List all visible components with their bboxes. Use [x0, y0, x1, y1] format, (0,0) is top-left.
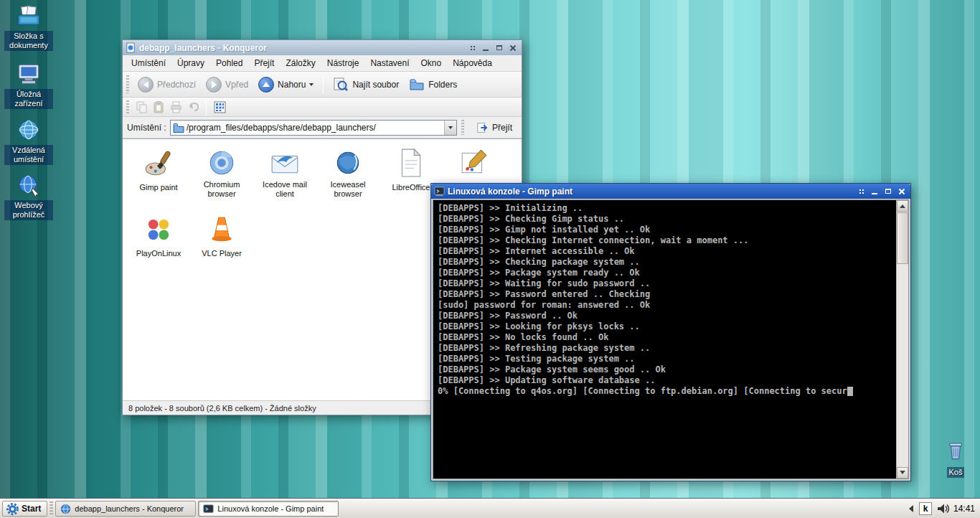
dots-icon [859, 189, 861, 191]
toolbar-grip[interactable] [126, 100, 129, 113]
paste-button[interactable] [150, 100, 167, 115]
keyboard-layout-indicator[interactable]: k [919, 502, 932, 515]
terminal-line: [DEBAPPS] >> Testing package system .. [438, 354, 895, 364]
file-item-vlc[interactable]: VLC Player [190, 212, 253, 278]
menu-zalozky[interactable]: Záložky [280, 56, 321, 70]
desktop-icon-label: Webový prohlížeč [4, 200, 53, 220]
menu-pohled[interactable]: Pohled [210, 56, 248, 70]
volume-icon[interactable] [936, 502, 949, 515]
toolbar-separator [323, 76, 324, 93]
maximize-button[interactable] [493, 42, 505, 53]
scrollbar-track[interactable] [897, 212, 908, 467]
terminal-line: [DEBAPPS] >> Checking package system .. [438, 257, 895, 268]
icon-view-icon [213, 100, 227, 114]
file-item-playonlinux[interactable]: PlayOnLinux [127, 212, 190, 278]
menu-nastaveni[interactable]: Nastavení [364, 56, 415, 70]
folder-icon [409, 77, 425, 93]
start-button[interactable]: Start [2, 501, 47, 517]
trash-icon [943, 438, 969, 463]
icon-view-button[interactable] [211, 100, 228, 115]
panel-hide-button[interactable] [907, 501, 915, 517]
desktop-icon-web-browser[interactable]: Webový prohlížeč [4, 173, 53, 220]
back-icon [138, 77, 154, 93]
location-dropdown-button[interactable] [444, 121, 456, 135]
toolbar-grip[interactable] [461, 120, 464, 134]
back-button[interactable]: Předchozí [133, 75, 201, 95]
copy-button[interactable] [133, 100, 150, 115]
file-item-gimp-paint[interactable]: Gimp paint [127, 146, 190, 212]
close-button[interactable] [895, 186, 908, 197]
undo-button[interactable] [184, 100, 202, 115]
scrollbar-thumb[interactable] [897, 212, 908, 264]
folder-icon [173, 123, 184, 133]
menu-prejit[interactable]: Přejít [248, 56, 280, 70]
file-label: Gimp paint [139, 183, 177, 192]
terminal-frame: [DEBAPPS] >> Initializing .. [DEBAPPS] >… [433, 199, 909, 479]
terminal-line: [DEBAPPS] >> Package system ready .. Ok [438, 268, 895, 278]
chevron-down-icon [448, 126, 453, 131]
find-file-button[interactable]: Najít soubor [328, 75, 404, 95]
desktop-icon-documents[interactable]: Složka s dokumenty [4, 4, 53, 51]
menu-umisteni[interactable]: Umístění [126, 56, 171, 70]
toolbar-grip[interactable] [126, 75, 129, 93]
file-label: VLC Player [202, 249, 242, 258]
undo-icon [187, 100, 200, 114]
file-label: Icedove mail client [255, 180, 314, 199]
file-item-icedove[interactable]: Icedove mail client [253, 146, 316, 212]
status-text: 8 položek - 8 souborů (2,6 KB celkem) - … [128, 404, 316, 413]
minimize-icon [872, 193, 877, 194]
window-menu-button[interactable] [854, 186, 867, 197]
desktop-icon-label: Složka s dokumenty [4, 31, 53, 51]
arrow-up-icon [900, 202, 905, 208]
taskbar-task-console[interactable]: Linuxová konzole - Gimp paint [198, 501, 339, 517]
file-item-chromium[interactable]: Chromium browser [190, 146, 253, 212]
desktop-icon-remote[interactable]: Vzdálená umístění [4, 118, 53, 165]
terminal-line: [DEBAPPS] >> Password entered .. Checkin… [438, 289, 895, 300]
paste-icon [152, 100, 166, 114]
dots-icon [471, 46, 472, 47]
konqueror-main-toolbar: Předchozí Vpřed Nahoru Najít soubor Fold… [123, 72, 522, 98]
window-menu-button[interactable] [466, 42, 478, 53]
location-input[interactable] [187, 123, 444, 133]
menu-nastroje[interactable]: Nástroje [321, 56, 365, 70]
menu-upravy[interactable]: Úpravy [171, 56, 210, 70]
konqueror-titlebar[interactable]: debapp_launchers - Konqueror [123, 40, 522, 55]
scroll-up-button[interactable] [897, 200, 908, 212]
up-button[interactable]: Nahoru [253, 75, 319, 95]
menu-napoveda[interactable]: Nápověda [447, 56, 498, 70]
console-scrollbar[interactable] [896, 200, 908, 479]
menu-okno[interactable]: Okno [415, 56, 447, 70]
close-button[interactable] [507, 42, 519, 53]
terminal-line: [DEBAPPS] >> No locks found .. Ok [438, 332, 895, 343]
terminal-line: [DEBAPPS] >> Refreshing package system .… [438, 343, 895, 354]
maximize-button[interactable] [882, 186, 894, 197]
minimize-button[interactable] [868, 186, 880, 197]
go-icon [476, 121, 489, 134]
console-window-title: Linuxová konzole - Gimp paint [448, 187, 852, 197]
taskbar-task-konqueror[interactable]: debapp_launchers - Konqueror [55, 501, 196, 517]
file-item-iceweasel[interactable]: Iceweasel browser [316, 146, 380, 212]
clock[interactable]: 14:41 [953, 504, 975, 514]
forward-button[interactable]: Vpřed [201, 75, 253, 95]
terminal-output[interactable]: [DEBAPPS] >> Initializing .. [DEBAPPS] >… [433, 200, 896, 479]
system-tray: k 14:41 [907, 501, 978, 517]
panel-handle[interactable] [50, 501, 53, 516]
desktop-icon-trash[interactable]: Koš [931, 438, 980, 478]
terminal-line: [DEBAPPS] >> Waiting for sudo password .… [438, 278, 895, 289]
folders-button[interactable]: Folders [404, 75, 462, 95]
minimize-button[interactable] [479, 42, 491, 53]
desktop-icon-storage[interactable]: Úložná zařízení [4, 62, 53, 109]
iceweasel-icon [333, 148, 363, 178]
scroll-down-button[interactable] [897, 467, 908, 479]
location-combobox [170, 120, 457, 136]
console-titlebar[interactable]: Linuxová konzole - Gimp paint [431, 184, 910, 199]
print-button[interactable] [167, 100, 184, 115]
terminal-line: [DEBAPPS] >> Internet accessible .. Ok [438, 246, 895, 257]
go-button[interactable]: Přejít [471, 119, 517, 136]
arrow-down-icon [900, 471, 905, 477]
print-icon [169, 100, 183, 114]
terminal-line: [DEBAPPS] >> Updating software database … [438, 375, 895, 386]
vlc-icon [207, 214, 237, 244]
konqueror-extra-toolbar [123, 98, 522, 117]
icedove-icon [270, 148, 300, 178]
